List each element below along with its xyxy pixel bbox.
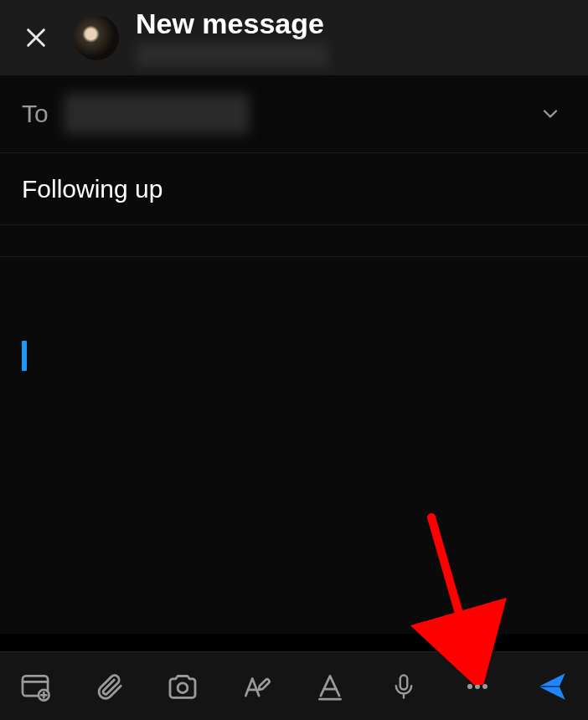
pencil-a-icon [240, 671, 272, 702]
send-button[interactable] [534, 667, 570, 706]
mic-icon [389, 672, 418, 701]
page-title: New message [136, 8, 328, 39]
subject-input[interactable]: Following up [22, 175, 566, 203]
availability-button[interactable] [18, 667, 52, 706]
text-cursor [22, 341, 27, 371]
format-a-icon [314, 671, 346, 702]
mic-button[interactable] [387, 667, 420, 706]
compose-toolbar [0, 651, 588, 720]
options-row[interactable] [0, 225, 588, 257]
more-icon [462, 671, 493, 702]
message-body[interactable] [0, 257, 588, 634]
send-icon [534, 669, 570, 704]
close-icon [23, 24, 49, 51]
svg-point-13 [467, 684, 472, 689]
svg-rect-11 [400, 675, 408, 689]
camera-icon [166, 670, 199, 703]
title-column: New message [136, 8, 328, 66]
more-button[interactable] [461, 667, 494, 706]
from-email-redacted [136, 44, 328, 67]
to-row[interactable]: To [0, 75, 588, 153]
compose-header: New message [0, 0, 588, 75]
svg-point-14 [475, 684, 480, 689]
avatar[interactable] [74, 15, 119, 60]
svg-point-7 [178, 682, 188, 692]
to-recipient-redacted [64, 94, 250, 134]
draw-button[interactable] [313, 667, 347, 706]
expand-recipients-button[interactable] [534, 98, 566, 130]
browser-icon [19, 671, 51, 702]
paperclip-icon [93, 671, 125, 702]
camera-button[interactable] [166, 667, 199, 706]
rich-text-button[interactable] [240, 667, 273, 706]
svg-point-15 [482, 684, 487, 689]
close-button[interactable] [15, 17, 57, 59]
chevron-down-icon [539, 102, 562, 126]
to-label: To [22, 100, 49, 128]
attach-button[interactable] [92, 667, 126, 706]
subject-row[interactable]: Following up [0, 153, 588, 225]
